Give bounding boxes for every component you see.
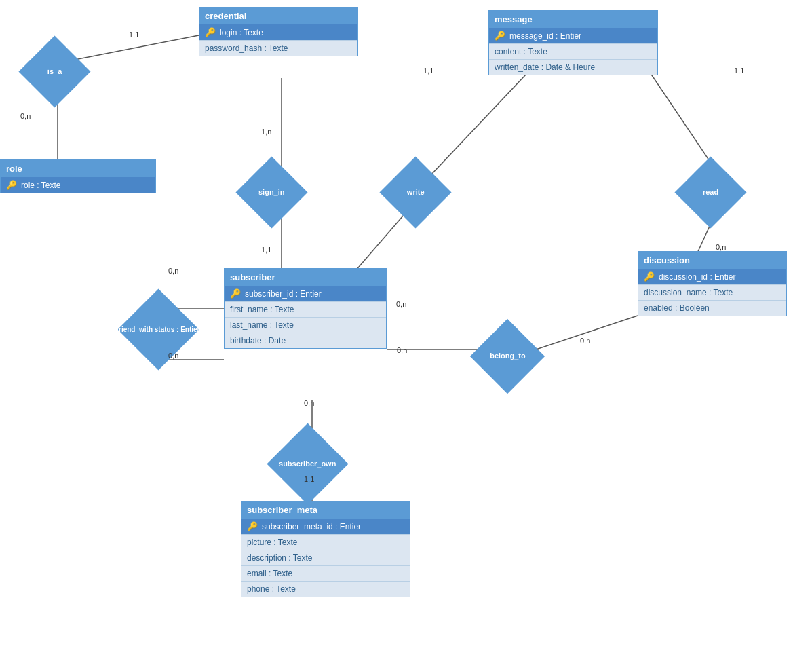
card-0n-read-disc: 0,n bbox=[716, 243, 726, 251]
entity-credential-header: credential bbox=[199, 7, 357, 24]
entity-credential-pk: 🔑 login : Texte bbox=[199, 24, 357, 40]
entity-role-pk: 🔑 role : Texte bbox=[1, 177, 155, 193]
entity-discussion-pk: 🔑 discussion_id : Entier bbox=[638, 269, 786, 284]
entity-subscriber-field-0: first_name : Texte bbox=[225, 301, 386, 317]
entity-message: message 🔑 message_id : Entier content : … bbox=[488, 10, 658, 75]
entity-subscriber-field-1: last_name : Texte bbox=[225, 317, 386, 333]
entity-credential-field-0: password_hash : Texte bbox=[199, 40, 357, 56]
entity-discussion-header: discussion bbox=[638, 252, 786, 269]
card-0n-belong-disc: 0,n bbox=[580, 337, 590, 345]
entity-subscriber-header: subscriber bbox=[225, 269, 386, 286]
card-0n-fw-top: 0,n bbox=[168, 267, 178, 275]
relation-write: write bbox=[383, 162, 448, 223]
entity-discussion-field-0: discussion_name : Texte bbox=[638, 284, 786, 300]
key-icon-message: 🔑 bbox=[495, 31, 505, 41]
entity-subscriber: subscriber 🔑 subscriber_id : Entier firs… bbox=[224, 268, 387, 349]
entity-discussion-field-1: enabled : Booléen bbox=[638, 300, 786, 316]
entity-subscriber-meta: subscriber_meta 🔑 subscriber_meta_id : E… bbox=[241, 501, 410, 597]
relation-is-a: is_a bbox=[24, 41, 85, 102]
key-icon-subscriber-meta: 🔑 bbox=[247, 521, 258, 531]
card-11-msg-read: 1,1 bbox=[734, 67, 744, 75]
key-icon-role: 🔑 bbox=[6, 180, 17, 190]
card-11-msg-write: 1,1 bbox=[423, 67, 433, 75]
entity-subscriber-meta-field-1: description : Texte bbox=[241, 550, 410, 565]
entity-subscriber-meta-field-2: email : Texte bbox=[241, 565, 410, 581]
card-11-is-a-cred: 1,1 bbox=[129, 31, 139, 39]
card-11-signin-sub: 1,1 bbox=[261, 246, 271, 254]
key-icon-subscriber: 🔑 bbox=[230, 288, 241, 299]
entity-role: role 🔑 role : Texte bbox=[0, 159, 156, 193]
relation-friend-with: friend_with status : Entier bbox=[121, 295, 195, 363]
svg-line-0 bbox=[75, 35, 199, 60]
card-0n-is-a-role: 0,n bbox=[20, 112, 31, 120]
entity-message-field-1: written_date : Date & Heure bbox=[489, 59, 657, 75]
entity-credential: credential 🔑 login : Texte password_hash… bbox=[199, 7, 358, 56]
relation-read: read bbox=[678, 162, 743, 223]
entity-subscriber-meta-pk: 🔑 subscriber_meta_id : Entier bbox=[241, 519, 410, 534]
entity-message-header: message bbox=[489, 11, 657, 28]
entity-subscriber-meta-field-0: picture : Texte bbox=[241, 534, 410, 550]
entity-discussion: discussion 🔑 discussion_id : Entier disc… bbox=[638, 251, 787, 316]
key-icon: 🔑 bbox=[205, 27, 216, 37]
card-0n-sub-belong: 0,n bbox=[397, 346, 407, 354]
er-diagram: credential 🔑 login : Texte password_hash… bbox=[0, 0, 812, 659]
svg-line-4 bbox=[431, 75, 526, 175]
card-0n-sub-own: 0,n bbox=[304, 399, 314, 407]
entity-subscriber-pk: 🔑 subscriber_id : Entier bbox=[225, 286, 386, 301]
card-11-own-meta: 1,1 bbox=[304, 475, 314, 483]
card-1n-cred-signin: 1,n bbox=[261, 128, 271, 136]
entity-subscriber-field-2: birthdate : Date bbox=[225, 333, 386, 348]
card-0n-fw-bottom: 0,n bbox=[168, 352, 178, 360]
entity-message-pk: 🔑 message_id : Entier bbox=[489, 28, 657, 43]
entity-subscriber-meta-field-3: phone : Texte bbox=[241, 581, 410, 597]
card-0n-write-sub: 0,n bbox=[396, 300, 406, 308]
relation-belong-to: belong_to bbox=[473, 326, 541, 387]
entity-role-header: role bbox=[1, 160, 155, 177]
relation-subscriber-own: subscriber_own bbox=[263, 433, 351, 494]
key-icon-discussion: 🔑 bbox=[644, 271, 655, 282]
entity-subscriber-meta-header: subscriber_meta bbox=[241, 502, 410, 519]
entity-message-field-0: content : Texte bbox=[489, 43, 657, 59]
relation-sign-in: sign_in bbox=[237, 162, 305, 223]
